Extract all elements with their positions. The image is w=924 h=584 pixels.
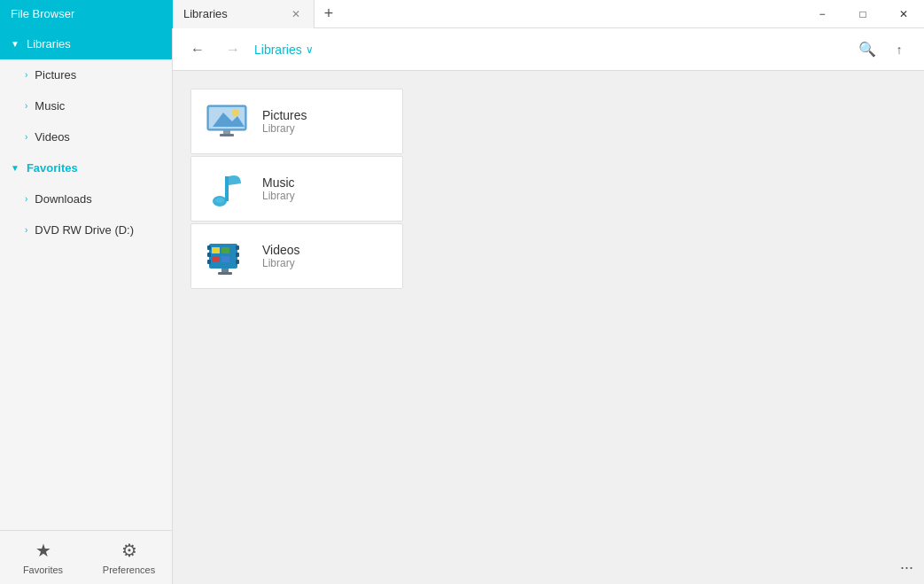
- music-chevron-icon: ›: [25, 101, 27, 111]
- favorites-bottom-button[interactable]: ★ Favorites: [0, 531, 86, 584]
- videos-type: Library: [262, 257, 300, 269]
- music-name: Music: [262, 175, 295, 190]
- music-icon: [206, 167, 248, 210]
- svg-point-3: [232, 109, 239, 116]
- library-card-music[interactable]: Music Library: [190, 156, 403, 222]
- sidebar-bottom: ★ Favorites ⚙ Preferences: [0, 530, 172, 584]
- svg-rect-21: [218, 272, 232, 275]
- videos-name: Videos: [262, 243, 300, 257]
- library-card-pictures[interactable]: Pictures Library: [190, 89, 403, 154]
- svg-rect-13: [236, 245, 239, 250]
- svg-rect-10: [207, 245, 211, 250]
- svg-point-8: [215, 198, 224, 203]
- main-area: ▼ Libraries › Pictures › Music › Videos …: [0, 28, 924, 584]
- svg-rect-4: [223, 130, 230, 134]
- sidebar-item-pictures[interactable]: › Pictures: [0, 59, 172, 90]
- pictures-chevron-icon: ›: [25, 70, 27, 80]
- tab-close-button[interactable]: ✕: [289, 7, 303, 21]
- svg-rect-12: [207, 260, 211, 264]
- svg-rect-14: [236, 253, 239, 257]
- sidebar-pictures-label: Pictures: [35, 68, 76, 82]
- window-controls: − □ ✕: [802, 0, 924, 28]
- sidebar-music-label: Music: [35, 99, 65, 113]
- favorites-star-icon: ★: [35, 540, 51, 561]
- app-title: File Browser: [0, 0, 173, 28]
- svg-rect-18: [212, 256, 220, 262]
- pictures-name: Pictures: [262, 108, 307, 122]
- svg-rect-7: [225, 176, 229, 201]
- svg-rect-17: [221, 247, 229, 253]
- nav-right-buttons: 🔍 ↑: [853, 35, 913, 64]
- sidebar-item-videos[interactable]: › Videos: [0, 121, 172, 152]
- svg-rect-16: [212, 247, 220, 253]
- library-card-videos[interactable]: Videos Library: [190, 223, 403, 289]
- up-button[interactable]: ↑: [885, 35, 913, 64]
- back-button[interactable]: ←: [183, 35, 212, 64]
- sidebar: ▼ Libraries › Pictures › Music › Videos …: [0, 28, 173, 584]
- tab-libraries[interactable]: Libraries ✕: [173, 0, 314, 28]
- maximize-button[interactable]: □: [842, 0, 883, 28]
- svg-rect-20: [221, 269, 229, 272]
- app-title-text: File Browser: [11, 7, 74, 20]
- favorites-bottom-label: Favorites: [23, 565, 63, 575]
- sidebar-favorites-label: Favorites: [27, 161, 78, 175]
- videos-chevron-icon: ›: [25, 132, 27, 142]
- more-options-icon: ...: [900, 555, 913, 572]
- preferences-bottom-label: Preferences: [103, 565, 155, 575]
- tab-area: Libraries ✕ +: [173, 0, 802, 28]
- file-grid: Pictures Library Music: [173, 71, 924, 584]
- new-tab-button[interactable]: +: [314, 0, 343, 28]
- pictures-info: Pictures Library: [262, 108, 307, 135]
- sidebar-libraries-label: Libraries: [27, 37, 71, 51]
- up-icon: ↑: [897, 43, 903, 57]
- tab-label: Libraries: [183, 7, 228, 20]
- music-type: Library: [262, 190, 295, 202]
- svg-rect-11: [207, 253, 211, 257]
- libraries-chevron-icon: ▼: [11, 39, 19, 49]
- close-button[interactable]: ✕: [883, 0, 924, 28]
- pictures-icon: [206, 100, 248, 143]
- sidebar-spacer: [0, 245, 172, 530]
- more-options-button[interactable]: ...: [900, 555, 913, 573]
- back-icon: ←: [190, 42, 205, 58]
- favorites-section-chevron-icon: ▼: [11, 163, 19, 173]
- breadcrumb-text: Libraries: [254, 43, 302, 57]
- svg-rect-19: [221, 256, 229, 262]
- dvd-chevron-icon: ›: [25, 225, 27, 235]
- breadcrumb-chevron-icon: ∨: [306, 43, 314, 56]
- search-icon: 🔍: [858, 41, 876, 58]
- search-button[interactable]: 🔍: [853, 35, 881, 64]
- preferences-bottom-button[interactable]: ⚙ Preferences: [86, 531, 172, 584]
- svg-rect-15: [236, 260, 239, 264]
- content-area: ← → Libraries ∨ 🔍 ↑: [173, 28, 924, 584]
- sidebar-item-dvd[interactable]: › DVD RW Drive (D:): [0, 214, 172, 245]
- pictures-type: Library: [262, 122, 307, 135]
- forward-icon: →: [226, 42, 240, 58]
- title-bar: File Browser Libraries ✕ + − □ ✕: [0, 0, 924, 28]
- sidebar-item-downloads[interactable]: › Downloads: [0, 183, 172, 214]
- breadcrumb[interactable]: Libraries ∨: [254, 43, 846, 57]
- minimize-button[interactable]: −: [802, 0, 842, 28]
- forward-button[interactable]: →: [219, 35, 247, 64]
- sidebar-videos-label: Videos: [35, 130, 70, 144]
- nav-bar: ← → Libraries ∨ 🔍 ↑: [173, 28, 924, 71]
- sidebar-section-favorites[interactable]: ▼ Favorites: [0, 152, 172, 183]
- videos-icon: [206, 235, 248, 277]
- preferences-gear-icon: ⚙: [121, 540, 137, 561]
- svg-rect-5: [220, 134, 234, 136]
- sidebar-dvd-label: DVD RW Drive (D:): [35, 223, 134, 237]
- sidebar-downloads-label: Downloads: [35, 192, 91, 206]
- sidebar-item-music[interactable]: › Music: [0, 90, 172, 121]
- sidebar-item-libraries[interactable]: ▼ Libraries: [0, 28, 172, 59]
- videos-info: Videos Library: [262, 243, 300, 269]
- downloads-chevron-icon: ›: [25, 194, 27, 204]
- music-info: Music Library: [262, 175, 295, 202]
